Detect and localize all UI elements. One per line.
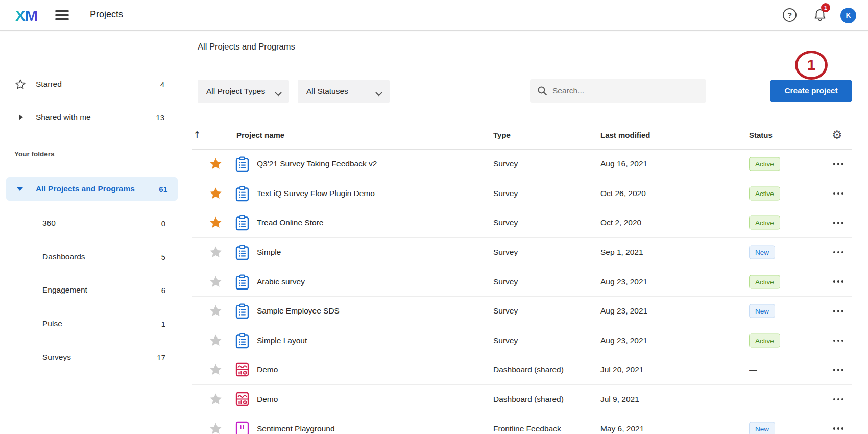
search-input[interactable] bbox=[552, 79, 701, 103]
star-unfilled-icon[interactable] bbox=[209, 333, 223, 348]
star-filled-icon[interactable] bbox=[209, 157, 223, 171]
user-avatar[interactable]: K bbox=[840, 8, 856, 23]
xm-logo[interactable]: XM bbox=[15, 7, 37, 25]
project-name[interactable]: Simple bbox=[257, 248, 281, 257]
row-actions-ellipsis-icon[interactable] bbox=[830, 394, 847, 404]
row-actions-ellipsis-icon[interactable] bbox=[830, 188, 847, 199]
star-unfilled-icon[interactable] bbox=[209, 245, 223, 259]
folder-count: 17 bbox=[157, 353, 165, 362]
table-row[interactable]: Sentiment PlaygroundFrontline FeedbackMa… bbox=[192, 414, 852, 434]
status-badge: Active bbox=[749, 186, 780, 200]
no-status-dash: — bbox=[749, 365, 757, 374]
project-type: Survey bbox=[493, 306, 518, 316]
project-name[interactable]: Sample Employee SDS bbox=[257, 306, 340, 316]
chevron-down-icon bbox=[375, 89, 382, 99]
star-unfilled-icon[interactable] bbox=[209, 422, 223, 434]
last-modified-date: Sep 1, 2021 bbox=[600, 248, 643, 257]
project-name[interactable]: Tread Online Store bbox=[257, 218, 323, 227]
row-actions-ellipsis-icon[interactable] bbox=[830, 218, 847, 228]
star-outline-icon bbox=[15, 79, 26, 90]
table-row[interactable]: SimpleSurveySep 1, 2021New bbox=[192, 238, 852, 268]
status-badge: New bbox=[749, 422, 775, 434]
folder-label: Surveys bbox=[42, 353, 71, 362]
table-row[interactable]: Simple LayoutSurveyAug 23, 2021Active bbox=[192, 326, 852, 356]
status-cell: Active bbox=[749, 333, 780, 347]
sidebar-folder-item[interactable]: Surveys17 bbox=[0, 347, 184, 368]
star-unfilled-icon[interactable] bbox=[209, 304, 223, 318]
project-type: Dashboard (shared) bbox=[493, 395, 564, 404]
project-name[interactable]: Demo bbox=[257, 365, 278, 374]
star-unfilled-icon[interactable] bbox=[209, 392, 223, 406]
survey-project-icon bbox=[235, 333, 250, 348]
status-cell: — bbox=[749, 395, 757, 404]
table-row[interactable]: Arabic surveySurveyAug 23, 2021Active bbox=[192, 267, 852, 297]
table-row[interactable]: Tread Online StoreSurveyOct 2, 2020Activ… bbox=[192, 208, 852, 238]
status-cell: Active bbox=[749, 275, 780, 288]
table-header: ↑ Project name Type Last modified Status… bbox=[192, 120, 852, 150]
last-modified-date: Aug 23, 2021 bbox=[600, 277, 647, 286]
survey-project-icon bbox=[235, 156, 250, 172]
project-type: Survey bbox=[493, 218, 518, 227]
create-project-button[interactable]: Create project bbox=[770, 80, 852, 102]
sidebar-folder-item[interactable]: Pulse1 bbox=[0, 314, 184, 334]
last-modified-date: Oct 26, 2020 bbox=[600, 189, 646, 198]
caret-down-icon bbox=[17, 187, 23, 191]
table-row[interactable]: DemoDashboard (shared)Jul 9, 2021— bbox=[192, 385, 852, 415]
sort-ascending-icon[interactable]: ↑ bbox=[193, 129, 201, 140]
row-actions-ellipsis-icon[interactable] bbox=[830, 277, 847, 287]
table-row[interactable]: Q3'21 Survey Taking Feedback v2SurveyAug… bbox=[192, 150, 852, 179]
statuses-filter-dropdown[interactable]: All Statuses bbox=[298, 80, 390, 103]
help-icon[interactable]: ? bbox=[783, 8, 797, 22]
row-actions-ellipsis-icon[interactable] bbox=[830, 365, 847, 375]
status-badge: Active bbox=[749, 157, 780, 171]
status-cell: New bbox=[749, 304, 775, 318]
project-types-filter-dropdown[interactable]: All Project Types bbox=[198, 80, 289, 103]
section-heading: All Projects and Programs bbox=[198, 42, 295, 52]
last-modified-date: Aug 23, 2021 bbox=[600, 306, 647, 316]
table-row[interactable]: Text iQ Survey Flow Plugin DemoSurveyOct… bbox=[192, 179, 852, 209]
column-header-status[interactable]: Status bbox=[749, 131, 773, 139]
filter-label: All Project Types bbox=[206, 87, 265, 95]
star-unfilled-icon[interactable] bbox=[209, 275, 223, 289]
annotation-circle-1: 1 bbox=[795, 51, 828, 80]
page-title: Projects bbox=[90, 9, 123, 20]
star-filled-icon[interactable] bbox=[209, 215, 223, 230]
project-name[interactable]: Arabic survey bbox=[257, 277, 305, 286]
column-header-last-modified[interactable]: Last modified bbox=[600, 131, 650, 139]
row-actions-ellipsis-icon[interactable] bbox=[830, 247, 847, 257]
project-name[interactable]: Demo bbox=[257, 395, 278, 404]
row-actions-ellipsis-icon[interactable] bbox=[830, 306, 847, 316]
star-unfilled-icon[interactable] bbox=[209, 363, 223, 377]
project-name[interactable]: Sentiment Playground bbox=[257, 424, 335, 433]
sidebar-item-starred[interactable]: Starred 4 bbox=[0, 72, 184, 97]
survey-project-icon bbox=[235, 303, 250, 319]
project-name[interactable]: Text iQ Survey Flow Plugin Demo bbox=[257, 189, 375, 198]
project-name[interactable]: Q3'21 Survey Taking Feedback v2 bbox=[257, 159, 377, 168]
project-name[interactable]: Simple Layout bbox=[257, 336, 307, 345]
last-modified-date: Aug 23, 2021 bbox=[600, 336, 647, 345]
top-bar: XM Projects ? 1 K bbox=[0, 0, 868, 31]
table-row[interactable]: DemoDashboard (shared)Jul 20, 2021— bbox=[192, 355, 852, 385]
table-row[interactable]: Sample Employee SDSSurveyAug 23, 2021New bbox=[192, 297, 852, 326]
column-header-type[interactable]: Type bbox=[493, 131, 511, 139]
column-header-project-name[interactable]: Project name bbox=[236, 131, 284, 139]
survey-project-icon bbox=[235, 186, 250, 201]
sidebar-item-all-projects[interactable]: All Projects and Programs 61 bbox=[6, 177, 178, 201]
project-type: Frontline Feedback bbox=[493, 424, 561, 433]
sidebar-folder-item[interactable]: 3600 bbox=[0, 213, 184, 233]
row-actions-ellipsis-icon[interactable] bbox=[830, 424, 847, 434]
status-cell: New bbox=[749, 246, 775, 259]
row-actions-ellipsis-icon[interactable] bbox=[830, 335, 847, 346]
last-modified-date: May 6, 2021 bbox=[600, 424, 644, 433]
star-filled-icon[interactable] bbox=[209, 186, 223, 201]
hamburger-menu-icon[interactable] bbox=[55, 10, 69, 21]
sidebar-folder-item[interactable]: Dashboards5 bbox=[0, 247, 184, 267]
project-type: Dashboard (shared) bbox=[493, 365, 564, 374]
row-actions-ellipsis-icon[interactable] bbox=[830, 159, 847, 169]
scroll-edge-divider bbox=[864, 31, 864, 434]
table-settings-gear-icon[interactable]: ⚙ bbox=[832, 128, 842, 141]
status-badge: New bbox=[749, 304, 775, 318]
sidebar-item-count: 13 bbox=[156, 113, 164, 122]
sidebar-folder-item[interactable]: Engagement6 bbox=[0, 280, 184, 300]
sidebar-item-shared-with-me[interactable]: Shared with me 13 bbox=[0, 105, 184, 130]
